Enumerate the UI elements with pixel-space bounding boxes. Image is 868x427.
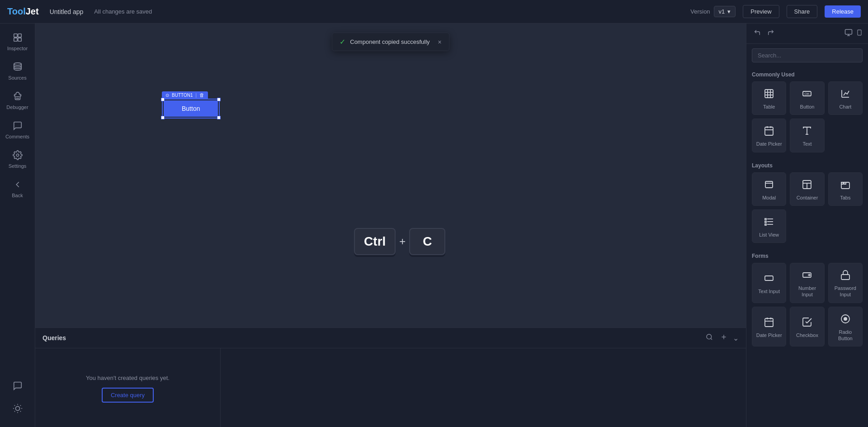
sidebar-item-inspector[interactable]: Inspector (2, 28, 33, 56)
sidebar-label-back: Back (12, 193, 23, 198)
tabs-icon (840, 179, 851, 192)
datepicker-icon (764, 125, 774, 138)
chart-icon (840, 88, 851, 101)
queries-detail-area (221, 348, 746, 427)
topbar: ToolJet Untitled app All changes are sav… (0, 0, 868, 24)
bottom-panel: Queries ⌄ You haven't created queries ye… (35, 327, 746, 427)
svg-rect-21 (845, 29, 852, 34)
component-card-datepicker[interactable]: Date Picker (752, 119, 786, 152)
svg-rect-3 (18, 38, 21, 41)
svg-rect-26 (765, 90, 773, 98)
main-area: Inspector Sources Debugger (0, 24, 868, 427)
component-card-listview[interactable]: List View (752, 209, 786, 243)
number-input-icon (802, 270, 812, 282)
version-value: v1 (719, 8, 725, 15)
component-card-text[interactable]: Text (790, 119, 824, 152)
component-card-table[interactable]: Table (752, 81, 786, 115)
component-card-number-input[interactable]: Number Input (790, 263, 824, 303)
canvas-area[interactable]: ✓ Component copied succesfully × ⊙ BUTTO… (35, 24, 746, 327)
queries-collapse-icon[interactable]: ⌄ (733, 334, 739, 342)
queries-content: You haven't created queries yet. Create … (35, 348, 746, 427)
svg-line-15 (14, 411, 14, 412)
queries-empty-text: You haven't created queries yet. (86, 375, 170, 381)
sidebar-item-chat[interactable] (2, 376, 33, 395)
svg-rect-58 (841, 275, 849, 280)
toast-close-button[interactable]: × (438, 38, 442, 46)
sidebar-item-comments[interactable]: Comments (2, 116, 33, 144)
queries-add-button[interactable] (718, 332, 729, 344)
component-label-bar: ⊙ BUTTON1 | 🗑 (162, 91, 208, 99)
logo: ToolJet (7, 6, 39, 17)
sidebar-label-debugger: Debugger (6, 104, 28, 110)
date-picker-form-icon (764, 317, 774, 329)
release-button[interactable]: Release (825, 5, 861, 18)
ctrl-key: Ctrl (354, 228, 396, 255)
component-separator: | (196, 93, 197, 98)
resize-handle-tl[interactable] (161, 98, 165, 101)
version-dropdown[interactable]: v1 ▾ (714, 6, 736, 17)
commonly-used-section: Commonly Used Table (746, 67, 868, 158)
settings-icon (13, 150, 23, 161)
sidebar-item-debugger[interactable]: Debugger (2, 87, 33, 114)
svg-line-18 (711, 338, 712, 340)
share-button[interactable]: Share (787, 5, 818, 18)
component-card-date-picker-form[interactable]: Date Picker (752, 307, 786, 347)
component-card-password-input[interactable]: Password Input (828, 263, 863, 303)
modal-label: Modal (762, 195, 776, 201)
date-picker-form-label: Date Picker (756, 332, 782, 338)
component-wrapper: Button (162, 99, 220, 119)
listview-icon (764, 216, 774, 229)
component-card-button[interactable]: OK Button (790, 81, 824, 115)
svg-rect-51 (765, 221, 766, 223)
component-card-text-input[interactable]: Text Input (752, 263, 786, 303)
component-card-radio-button[interactable]: Radio Button (828, 307, 863, 347)
component-card-modal[interactable]: Modal (752, 172, 786, 206)
svg-point-8 (15, 406, 19, 410)
redo-button[interactable] (765, 28, 776, 39)
svg-rect-52 (765, 224, 766, 225)
sidebar-item-sources[interactable]: Sources (2, 57, 33, 85)
sidebar-label-comments: Comments (5, 134, 29, 139)
checkbox-label: Checkbox (796, 332, 818, 338)
component-card-tabs[interactable]: Tabs (828, 172, 863, 206)
right-panel-topbar (746, 24, 868, 44)
listview-label: List View (759, 232, 779, 238)
device-icons (844, 28, 863, 39)
right-panel: Commonly Used Table (746, 24, 868, 427)
button-component[interactable]: Button (164, 100, 218, 117)
component-card-container[interactable]: Container (790, 172, 824, 206)
component-search-input[interactable] (752, 48, 863, 62)
resize-handle-tr[interactable] (217, 98, 221, 101)
queries-search-button[interactable] (704, 332, 715, 344)
svg-rect-59 (765, 318, 773, 327)
desktop-view-button[interactable] (844, 28, 853, 39)
resize-handle-bl[interactable] (161, 116, 165, 119)
back-icon (13, 180, 23, 191)
number-input-label: Number Input (794, 285, 820, 298)
canvas-component-button[interactable]: ⊙ BUTTON1 | 🗑 Button (162, 91, 220, 119)
undo-button[interactable] (752, 28, 763, 39)
sidebar-item-theme[interactable] (2, 399, 33, 418)
mobile-view-button[interactable] (856, 28, 863, 39)
component-card-checkbox[interactable]: Checkbox (790, 307, 824, 347)
svg-text:OK: OK (805, 92, 810, 96)
svg-rect-1 (18, 34, 21, 37)
button-label: Button (800, 104, 815, 110)
text-input-icon (764, 273, 774, 285)
text-icon (802, 125, 812, 138)
text-label: Text (802, 141, 811, 147)
svg-rect-35 (765, 127, 773, 135)
sidebar-item-back[interactable]: Back (2, 175, 33, 203)
preview-button[interactable]: Preview (743, 5, 779, 18)
container-icon (802, 179, 812, 192)
commonly-used-title: Commonly Used (752, 71, 863, 78)
text-input-label: Text Input (758, 288, 780, 294)
delete-component-icon[interactable]: 🗑 (199, 92, 204, 98)
svg-line-11 (14, 405, 14, 406)
sidebar-item-settings[interactable]: Settings (2, 146, 33, 173)
button-icon: OK (802, 88, 812, 101)
create-query-button[interactable]: Create query (102, 388, 154, 403)
radio-button-label: Radio Button (832, 329, 859, 342)
resize-handle-br[interactable] (217, 116, 221, 119)
component-card-chart[interactable]: Chart (828, 81, 863, 115)
